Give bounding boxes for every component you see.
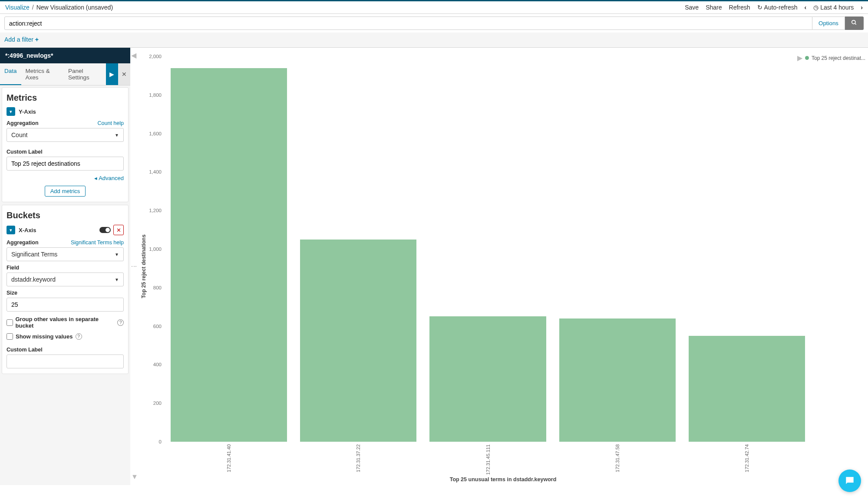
y-tick: 800 [143,285,162,290]
tab-panel-settings[interactable]: Panel Settings [64,63,106,85]
refresh-icon: ↻ [757,4,762,11]
chart-area: ▶ Top 25 reject destinat... Top 25 rejec… [138,48,868,485]
advanced-toggle[interactable]: ◂ Advanced [7,175,124,181]
chart-bar[interactable] [559,318,676,442]
help-icon[interactable]: ? [117,319,124,326]
y-tick: 400 [143,362,162,367]
y-tick: 1,400 [143,169,162,174]
y-tick: 200 [143,401,162,406]
y-tick: 0 [143,439,162,444]
bucket-custom-label-label: Custom Label [7,347,43,353]
refresh-button[interactable]: Refresh [729,4,750,11]
index-pattern-header[interactable]: *:4996_newlogs* [0,48,130,63]
buckets-panel: Buckets ▾ X-Axis ✕ Aggregation Significa… [2,205,129,374]
field-label: Field [7,265,19,271]
sidebar-tabs: Data Metrics & Axes Panel Settings ▶ ✕ [0,63,130,85]
time-next-button[interactable]: › [861,4,863,11]
chevron-down-icon[interactable]: ▾ [7,107,15,116]
time-prev-button[interactable]: ‹ [805,4,807,11]
size-input[interactable] [7,298,124,312]
bucket-aggregation-value: Significant Terms [11,251,57,258]
x-axis-label: X-Axis [19,227,36,233]
apply-changes-button[interactable]: ▶ [106,63,118,85]
group-other-checkbox[interactable] [7,319,13,326]
chart-bar[interactable] [429,316,546,442]
bucket-enable-toggle[interactable] [99,227,111,233]
plus-icon: + [35,36,39,43]
x-tick: 172.31.41.40 [226,444,231,472]
x-tick: 172.31.42.74 [744,444,749,472]
field-select[interactable]: dstaddr.keyword ▼ [7,272,124,286]
clock-icon: ◷ [813,4,818,11]
bucket-aggregation-label: Aggregation [7,240,39,246]
chart-bar[interactable] [171,68,287,442]
metrics-title: Metrics [7,93,124,103]
chart-bar[interactable] [689,336,805,442]
y-tick: 1,200 [143,208,162,213]
show-missing-label: Show missing values [16,333,73,340]
breadcrumb-separator: / [32,4,34,11]
chevron-down-icon: ▼ [115,277,119,282]
aggregation-select[interactable]: Count ▼ [7,128,124,142]
collapse-gutter: ◀ ⋮ ▼ [130,48,138,485]
auto-refresh-label: Auto-refresh [764,4,798,11]
share-button[interactable]: Share [706,4,722,11]
expand-down-button[interactable]: ▼ [131,473,138,481]
auto-refresh-button[interactable]: ↻ Auto-refresh [757,4,798,11]
show-missing-checkbox[interactable] [7,333,13,340]
size-label: Size [7,290,17,296]
search-button[interactable] [845,16,864,30]
y-tick: 2,000 [143,54,162,59]
tab-data[interactable]: Data [0,63,21,85]
search-icon [851,20,857,26]
time-range-label: Last 4 hours [820,4,854,11]
buckets-title: Buckets [7,210,124,220]
filter-bar: Add a filter + [0,33,868,48]
legend-series-label[interactable]: Top 25 reject destinat... [812,55,865,61]
group-other-label: Group other values in separate bucket [16,316,115,329]
resize-handle[interactable]: ⋮ [131,263,138,269]
add-filter-label: Add a filter [4,36,33,43]
y-tick: 1,800 [143,92,162,98]
custom-label-label: Custom Label [7,149,43,155]
search-row: Options [0,14,868,33]
chart-bar[interactable] [300,240,416,442]
aggregation-label: Aggregation [7,120,39,126]
breadcrumb-current: New Visualization (unsaved) [36,4,113,11]
bucket-custom-label-input[interactable] [7,355,124,368]
chevron-left-icon: ◂ [94,175,97,181]
x-axis-title: Top 25 unusual terms in dstaddr.keyword [450,476,557,483]
search-input[interactable] [4,16,812,30]
bucket-aggregation-select[interactable]: Significant Terms ▼ [7,247,124,261]
options-button[interactable]: Options [812,16,845,30]
breadcrumb-root[interactable]: Visualize [5,4,30,11]
svg-point-0 [852,20,855,24]
x-tick: 172.31.37.22 [356,444,361,472]
collapse-sidebar-button[interactable]: ◀ [131,51,136,59]
x-tick: 172.31.45.111 [485,444,491,475]
x-tick: 172.31.47.58 [615,444,620,472]
discard-changes-button[interactable]: ✕ [118,63,130,85]
tab-metrics-axes[interactable]: Metrics & Axes [21,63,64,85]
y-tick: 600 [143,324,162,329]
add-metrics-button[interactable]: Add metrics [45,186,86,197]
chat-icon [844,475,855,485]
time-range-button[interactable]: ◷ Last 4 hours [813,4,854,11]
count-help-link[interactable]: Count help [98,120,124,126]
close-icon: ✕ [116,227,121,233]
metrics-panel: Metrics ▾ Y-Axis Aggregation Count help … [2,87,129,202]
chart-plot[interactable]: 02004006008001,0001,2001,4001,6001,8002,… [164,56,812,442]
chevron-down-icon: ▼ [115,252,119,257]
y-tick: 1,600 [143,131,162,136]
add-filter-button[interactable]: Add a filter + [4,36,39,43]
sidebar: *:4996_newlogs* Data Metrics & Axes Pane… [0,48,130,485]
advanced-label: Advanced [99,175,124,181]
svg-line-1 [855,23,856,25]
chevron-down-icon[interactable]: ▾ [7,226,15,234]
remove-bucket-button[interactable]: ✕ [113,225,124,235]
save-button[interactable]: Save [685,4,699,11]
sig-terms-help-link[interactable]: Significant Terms help [71,240,124,246]
help-icon[interactable]: ? [76,333,82,340]
metrics-custom-label-input[interactable] [7,157,124,171]
breadcrumb-bar: Visualize / New Visualization (unsaved) … [0,1,868,14]
